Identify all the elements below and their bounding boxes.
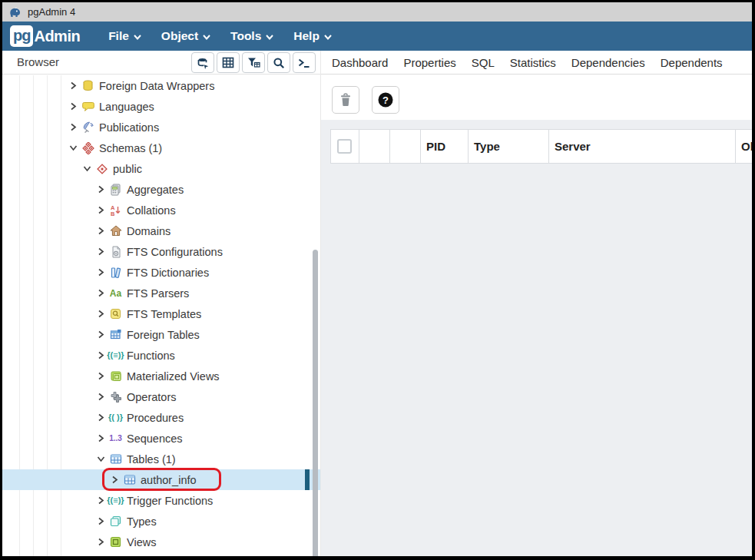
process-table-header: PID Type Server Object [330,129,752,164]
column-header-server[interactable]: Server [549,129,736,164]
menu-help[interactable]: Help [283,22,342,50]
tree-item-fts-parsers[interactable]: Aa FTS Parsers [2,283,320,303]
column-header-object[interactable]: Object [736,129,752,164]
tree-item-foreign-data-wrappers[interactable]: Foreign Data Wrappers [2,75,320,96]
chevron-right-icon[interactable] [95,351,106,360]
fts-templates-icon [109,308,122,320]
tree-item-schema-public[interactable]: public [2,158,320,179]
svg-text:?: ? [382,94,389,106]
tree-item-materialized-views[interactable]: Materialized Views [2,366,320,386]
tab-statistics[interactable]: Statistics [502,51,564,74]
chevron-right-icon[interactable] [95,393,106,401]
tree-item-foreign-tables[interactable]: Foreign Tables [2,324,320,345]
tree-item-aggregates[interactable]: Aggregates [2,179,320,200]
tree-item-views[interactable]: Views [2,532,320,552]
browser-panel-title: Browser [17,55,59,68]
menu-object-label: Object [161,29,198,43]
selection-indicator-bar [305,469,310,490]
tree-item-schemas[interactable]: Schemas (1) [2,138,320,158]
column-header-details[interactable] [390,129,421,164]
tree-item-label: FTS Templates [127,308,201,320]
tree-item-procedures[interactable]: {( )} Procedures [2,407,320,428]
schemas-icon [81,142,94,154]
trigger-functions-icon: {(≡)} [109,495,122,507]
menu-object[interactable]: Object [151,22,220,50]
chevron-right-icon[interactable] [95,227,106,235]
app-header: pg Admin File Object Tools Help [2,22,752,51]
tree-item-author-info[interactable]: author_info [2,469,320,490]
chevron-down-icon[interactable] [81,165,92,172]
tree-item-fts-configurations[interactable]: FTS Configurations [2,241,320,262]
view-data-grid-icon [222,57,234,68]
tab-properties[interactable]: Properties [396,51,463,74]
chevron-right-icon[interactable] [95,538,106,546]
servers-button[interactable] [191,52,214,73]
browser-header: Browser [2,51,320,75]
clipped-tree-item-icon [65,552,79,556]
column-header-stop[interactable] [359,129,390,164]
chevron-right-icon[interactable] [95,185,106,194]
view-data-button[interactable] [217,52,240,73]
dashboard-toolbar-area: ? [321,75,752,120]
chevron-right-icon[interactable] [95,247,106,256]
chevron-right-icon[interactable] [95,517,106,525]
chevron-right-icon[interactable] [95,496,106,505]
chevron-down-icon[interactable] [95,456,106,462]
tree-item-label: Publications [99,121,159,134]
tree-item-functions[interactable]: {(≡)} Functions [2,345,320,366]
filtered-rows-button[interactable] [242,52,265,73]
chevron-right-icon[interactable] [95,434,106,442]
tree-item-label: Domains [127,225,171,237]
chevron-right-icon[interactable] [95,413,106,422]
menu-file[interactable]: File [98,22,151,50]
tab-dashboard[interactable]: Dashboard [324,51,396,74]
tree-item-fts-dictionaries[interactable]: FTS Dictionaries [2,262,320,283]
tree-item-label: Procedures [127,412,184,424]
browser-panel: Browser [2,51,321,556]
tab-sql[interactable]: SQL [464,51,502,74]
chevron-right-icon[interactable] [95,330,106,339]
chevron-down-icon [266,35,273,40]
chevron-down-icon[interactable] [68,144,78,151]
tree-item-types[interactable]: Types [2,511,320,532]
tab-dependents[interactable]: Dependents [653,51,730,74]
column-header-type[interactable]: Type [469,129,549,164]
chevron-right-icon[interactable] [68,81,78,90]
help-icon: ? [377,91,394,108]
chevron-right-icon[interactable] [109,476,120,484]
chevron-right-icon[interactable] [95,206,106,214]
chevron-right-icon[interactable] [68,123,78,131]
help-button[interactable]: ? [372,86,399,114]
chevron-right-icon[interactable] [95,372,106,380]
search-icon [273,57,285,69]
tree-item-tables[interactable]: Tables (1) [2,449,320,469]
select-all-checkbox[interactable] [337,139,352,154]
menu-tools[interactable]: Tools [220,22,283,50]
pgadmin-elephant-icon [8,5,22,19]
menu-tools-label: Tools [230,29,261,43]
chevron-right-icon[interactable] [68,102,78,111]
sequences-icon: 1..3 [109,432,122,445]
tree-item-collations[interactable]: AB Collations [2,200,320,220]
tree-item-publications[interactable]: Publications [2,117,320,138]
search-objects-button[interactable] [267,52,290,73]
terminate-process-button[interactable] [332,86,359,114]
tree-item-operators[interactable]: Operators [2,386,320,407]
functions-icon: {(≡)} [109,350,122,362]
chevron-right-icon[interactable] [95,289,106,297]
tree-item-fts-templates[interactable]: FTS Templates [2,303,320,324]
tree-item-label: author_info [141,474,197,486]
tree-vertical-scrollbar[interactable] [313,250,318,556]
chevron-right-icon[interactable] [95,310,106,318]
foreign-data-wrappers-icon [81,80,94,92]
psql-tool-button[interactable] [293,52,316,73]
tree-item-label: Languages [99,101,154,113]
tree-item-sequences[interactable]: 1..3 Sequences [2,428,320,449]
column-header-pid[interactable]: PID [421,129,469,164]
tree-item-languages[interactable]: Languages [2,96,320,117]
chevron-right-icon[interactable] [95,268,106,277]
tree-item-label: Aggregates [127,184,184,196]
tab-dependencies[interactable]: Dependencies [564,51,653,74]
tree-item-trigger-functions[interactable]: {(≡)} Trigger Functions [2,490,320,511]
tree-item-domains[interactable]: Domains [2,220,320,241]
